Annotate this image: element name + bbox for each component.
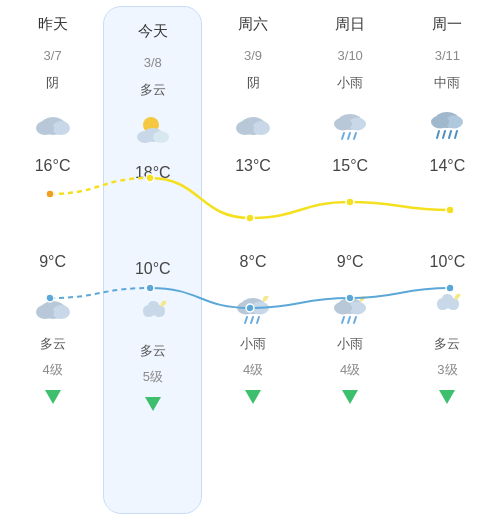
day-condition: 阴 bbox=[247, 72, 260, 94]
wind-direction-arrow bbox=[45, 390, 61, 404]
night-icon-cloud bbox=[31, 284, 75, 328]
low-temp: 9°C bbox=[337, 246, 364, 278]
day-date: 3/7 bbox=[44, 44, 62, 66]
svg-point-11 bbox=[252, 121, 270, 135]
svg-line-36 bbox=[449, 131, 451, 138]
day-name: 周六 bbox=[238, 10, 268, 38]
day-col-sat[interactable]: 周六3/9阴 13°C8°C 小雨4级 bbox=[204, 0, 301, 520]
wind-level: 4级 bbox=[243, 360, 263, 380]
day-name: 周日 bbox=[335, 10, 365, 38]
svg-line-18 bbox=[257, 317, 259, 323]
day-col-mon[interactable]: 周一3/11中雨 14°C10°C 多云3级 bbox=[399, 0, 496, 520]
day-icon-rain bbox=[425, 100, 469, 144]
wind-level: 3级 bbox=[437, 360, 457, 380]
svg-line-29 bbox=[348, 317, 350, 323]
day-date: 3/10 bbox=[338, 44, 363, 66]
day-condition: 阴 bbox=[46, 72, 59, 94]
day-name: 昨天 bbox=[38, 10, 68, 38]
svg-line-37 bbox=[455, 131, 457, 138]
wind-level: 5级 bbox=[143, 367, 163, 387]
day-name: 今天 bbox=[138, 17, 168, 45]
day-col-sun[interactable]: 周日3/10小雨 15°C9°C 小雨4级 bbox=[302, 0, 399, 520]
night-icon-rain-light bbox=[328, 284, 372, 328]
svg-line-34 bbox=[437, 131, 439, 138]
low-temp: 9°C bbox=[39, 246, 66, 278]
day-icon-cloud bbox=[31, 100, 75, 144]
night-icon-cloud-moon bbox=[131, 291, 175, 335]
day-date: 3/8 bbox=[144, 51, 162, 73]
day-icon-partly-cloudy bbox=[131, 107, 175, 151]
svg-line-30 bbox=[354, 317, 356, 323]
night-icon-cloud-moon bbox=[425, 284, 469, 328]
night-condition: 多云 bbox=[434, 334, 460, 354]
day-col-today[interactable]: 今天3/8多云 18°C10°C 多云5级 bbox=[103, 6, 202, 514]
wind-direction-arrow bbox=[439, 390, 455, 404]
high-temp: 15°C bbox=[332, 150, 368, 182]
day-condition: 中雨 bbox=[434, 72, 460, 94]
weather-container: 昨天3/7阴 16°C9°C 多云4级今天3/8多云 18°C10°C 多云5级… bbox=[0, 0, 500, 520]
wind-level: 4级 bbox=[42, 360, 62, 380]
night-condition: 小雨 bbox=[337, 334, 363, 354]
low-temp: 10°C bbox=[430, 246, 466, 278]
night-condition: 多云 bbox=[40, 334, 66, 354]
svg-line-22 bbox=[342, 133, 344, 139]
day-condition: 小雨 bbox=[337, 72, 363, 94]
day-col-yesterday[interactable]: 昨天3/7阴 16°C9°C 多云4级 bbox=[4, 0, 101, 520]
svg-point-2 bbox=[36, 121, 54, 135]
svg-line-23 bbox=[348, 133, 350, 139]
day-name: 周一 bbox=[432, 10, 462, 38]
wind-direction-arrow bbox=[145, 397, 161, 411]
wind-level: 4级 bbox=[340, 360, 360, 380]
svg-point-15 bbox=[237, 302, 255, 315]
svg-point-9 bbox=[137, 131, 153, 143]
day-condition: 多云 bbox=[140, 79, 166, 101]
day-date: 3/11 bbox=[435, 44, 460, 66]
svg-line-28 bbox=[342, 317, 344, 323]
svg-point-1 bbox=[52, 121, 70, 135]
svg-point-4 bbox=[52, 305, 70, 319]
svg-point-27 bbox=[334, 302, 352, 315]
night-condition: 多云 bbox=[140, 341, 166, 361]
high-temp: 18°C bbox=[135, 157, 171, 189]
svg-point-21 bbox=[334, 118, 352, 131]
night-condition: 小雨 bbox=[240, 334, 266, 354]
svg-point-12 bbox=[236, 121, 254, 135]
wind-direction-arrow bbox=[245, 390, 261, 404]
high-temp: 13°C bbox=[235, 150, 271, 182]
low-temp: 8°C bbox=[240, 246, 267, 278]
day-date: 3/9 bbox=[244, 44, 262, 66]
night-icon-rain-light bbox=[231, 284, 275, 328]
high-temp: 14°C bbox=[430, 150, 466, 182]
day-icon-rain-light bbox=[328, 100, 372, 144]
svg-point-33 bbox=[431, 116, 449, 129]
high-temp: 16°C bbox=[35, 150, 71, 182]
svg-line-35 bbox=[443, 131, 445, 138]
svg-line-16 bbox=[245, 317, 247, 323]
wind-direction-arrow bbox=[342, 390, 358, 404]
svg-point-5 bbox=[36, 305, 54, 319]
day-icon-cloud bbox=[231, 100, 275, 144]
svg-line-17 bbox=[251, 317, 253, 323]
low-temp: 10°C bbox=[135, 253, 171, 285]
svg-point-8 bbox=[153, 131, 169, 143]
svg-line-24 bbox=[354, 133, 356, 139]
